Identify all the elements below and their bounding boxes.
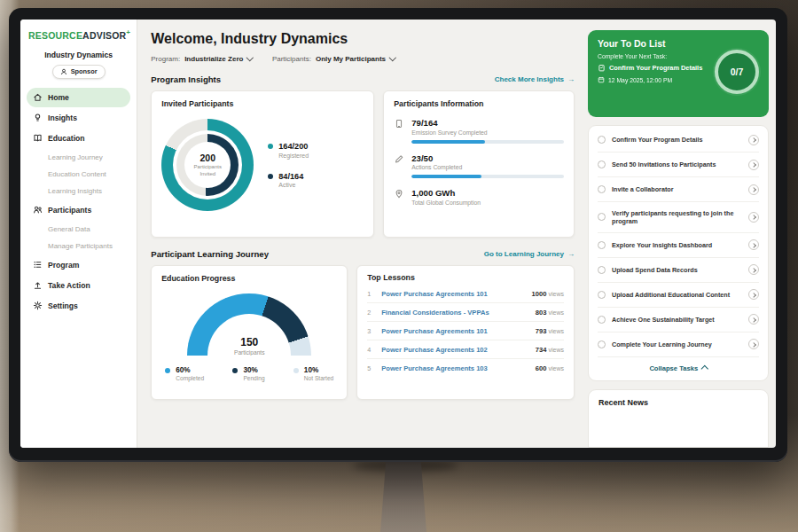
participants-filter-dropdown[interactable]: Only My Participants: [316, 55, 395, 63]
sponsor-badge[interactable]: Sponsor: [52, 65, 106, 79]
chevron-down-icon: [389, 54, 396, 61]
recent-news-title: Recent News: [598, 398, 758, 407]
sidebar-item-education-content[interactable]: Education Content: [27, 166, 130, 183]
task-open-button[interactable]: [748, 160, 759, 170]
legend-item-active: 84/164 Active: [268, 172, 309, 189]
task-row-upload-spend-data[interactable]: Upload Spend Data Records: [598, 258, 759, 283]
task-row-confirm-program[interactable]: Confirm Your Program Details: [598, 128, 759, 153]
task-row-explore-insights[interactable]: Explore Your Insights Dashboard: [598, 233, 759, 258]
task-open-button[interactable]: [748, 314, 759, 325]
task-checkbox[interactable]: [598, 136, 606, 144]
lesson-views: 1000: [532, 290, 547, 298]
legend-dot-completed: [165, 368, 170, 373]
lesson-link[interactable]: Power Purchase Agreements 103: [381, 364, 528, 372]
task-open-button[interactable]: [748, 339, 759, 349]
task-open-button[interactable]: [748, 264, 759, 275]
task-checkbox[interactable]: [598, 160, 606, 168]
todo-summary-card: Your To Do List Complete Your Next Task:…: [588, 30, 769, 117]
section-title-program-insights: Program Insights: [151, 74, 221, 84]
views-suffix: views: [548, 291, 564, 297]
sidebar-item-education[interactable]: Education: [27, 129, 130, 148]
section-title-learning-journey: Participant Learning Journey: [151, 249, 269, 259]
task-row-achieve-target[interactable]: Achieve One Sustainability Target: [598, 308, 759, 332]
invited-legend: 164/200 Registered 84/164 Active: [268, 142, 309, 188]
sidebar-item-settings[interactable]: Settings: [27, 296, 130, 316]
lesson-views: 803: [536, 309, 547, 317]
sidebar-item-program[interactable]: Program: [27, 255, 130, 275]
sidebar-item-home[interactable]: Home: [27, 88, 130, 107]
legend-label: Pending: [243, 375, 264, 381]
task-open-button[interactable]: [748, 289, 759, 300]
arrow-right-icon: →: [567, 250, 575, 258]
todo-title: Your To Do List: [598, 38, 759, 49]
lesson-link[interactable]: Power Purchase Agreements 102: [381, 346, 528, 354]
monitor-bezel: RESOURCEADVISOR+ Industry Dynamics Spons…: [9, 8, 787, 462]
lesson-link[interactable]: Power Purchase Agreements 101: [381, 290, 524, 298]
task-row-send-invitations[interactable]: Send 50 Invitations to Participants: [598, 153, 759, 177]
task-checkbox[interactable]: [598, 185, 606, 193]
survey-progress-track: [411, 140, 564, 144]
legend-value: 84/164: [278, 172, 303, 182]
task-checkbox[interactable]: [598, 241, 606, 249]
views-suffix: views: [548, 347, 564, 353]
legend-value: 60%: [176, 366, 204, 374]
todo-due-date: 12 May 2025, 12:00 PM: [608, 77, 672, 83]
home-icon: [33, 92, 43, 102]
task-checkbox[interactable]: [598, 316, 606, 324]
sidebar-item-general-data[interactable]: General Data: [27, 221, 130, 238]
check-more-insights-link[interactable]: Check More Insights →: [495, 75, 575, 83]
task-label: Complete Your Learning Journey: [612, 340, 742, 348]
chevron-right-icon: [751, 187, 756, 192]
collapse-tasks-button[interactable]: Collapse Tasks: [598, 357, 759, 377]
task-row-upload-educational-content[interactable]: Upload Additional Educational Content: [598, 283, 759, 308]
lesson-link[interactable]: Financial Considerations - VPPAs: [381, 309, 528, 317]
task-open-button[interactable]: [748, 239, 759, 250]
invited-donut-chart: 200 Participants Invited: [161, 119, 254, 211]
program-filter-dropdown[interactable]: Industrialize Zero: [184, 55, 253, 63]
task-label: Send 50 Invitations to Participants: [612, 160, 742, 168]
views-suffix: views: [548, 328, 564, 334]
sidebar-item-learning-journey[interactable]: Learning Journey: [27, 149, 130, 166]
gauge-center-value: 150: [187, 336, 311, 348]
todo-progress-count: 0/7: [731, 66, 744, 77]
task-open-button[interactable]: [748, 212, 759, 223]
org-name: Industry Dynamics: [27, 51, 130, 59]
participants-filter-value: Only My Participants: [316, 55, 386, 63]
program-filter: Program: Industrialize Zero: [151, 55, 253, 63]
gauge-center-label: Participants: [187, 349, 311, 356]
task-label: Upload Spend Data Records: [612, 266, 742, 274]
task-row-invite-collaborator[interactable]: Invite a Collaborator: [598, 177, 759, 202]
task-open-button[interactable]: [748, 184, 759, 195]
location-pin-icon: [394, 188, 404, 199]
sidebar-item-manage-participants[interactable]: Manage Participants: [27, 238, 130, 254]
sidebar-item-label: Learning Insights: [48, 187, 102, 195]
sidebar-item-participants[interactable]: Participants: [27, 200, 130, 220]
info-label: Emission Survey Completed: [411, 129, 564, 136]
sidebar-item-learning-insights[interactable]: Learning Insights: [27, 183, 130, 200]
gauge-center: 150 Participants: [187, 336, 311, 356]
task-checkbox[interactable]: [598, 266, 606, 274]
task-row-verify-participants[interactable]: Verify participants requesting to join t…: [598, 202, 759, 233]
task-checkbox[interactable]: [598, 340, 606, 348]
task-checkbox[interactable]: [598, 291, 606, 299]
task-checkbox[interactable]: [598, 213, 606, 221]
sidebar-item-label: Take Action: [48, 281, 90, 290]
go-to-learning-journey-link[interactable]: Go to Learning Journey →: [484, 250, 575, 258]
lesson-link[interactable]: Power Purchase Agreements 101: [381, 327, 528, 335]
todo-progress-ring: 0/7: [715, 50, 759, 94]
card-title: Top Lessons: [367, 273, 564, 282]
task-open-button[interactable]: [748, 135, 759, 145]
task-label: Explore Your Insights Dashboard: [612, 241, 742, 249]
main-content: Welcome, Industry Dynamics Program: Indu…: [137, 20, 588, 448]
chevron-right-icon: [751, 243, 756, 248]
sidebar-item-insights[interactable]: Insights: [27, 108, 130, 128]
gauge-legend: 60% Completed 30% Pending: [161, 366, 337, 381]
pencil-icon: [394, 153, 404, 164]
participants-filter: Participants: Only My Participants: [272, 55, 395, 63]
task-row-complete-learning-journey[interactable]: Complete Your Learning Journey: [598, 332, 759, 357]
program-filter-value: Industrialize Zero: [184, 55, 243, 63]
participants-information-card: Participants Information 79/164 Emission…: [383, 90, 575, 238]
legend-dot-not-started: [293, 368, 299, 373]
card-title: Invited Participants: [161, 99, 364, 108]
sidebar-item-take-action[interactable]: Take Action: [27, 276, 130, 295]
